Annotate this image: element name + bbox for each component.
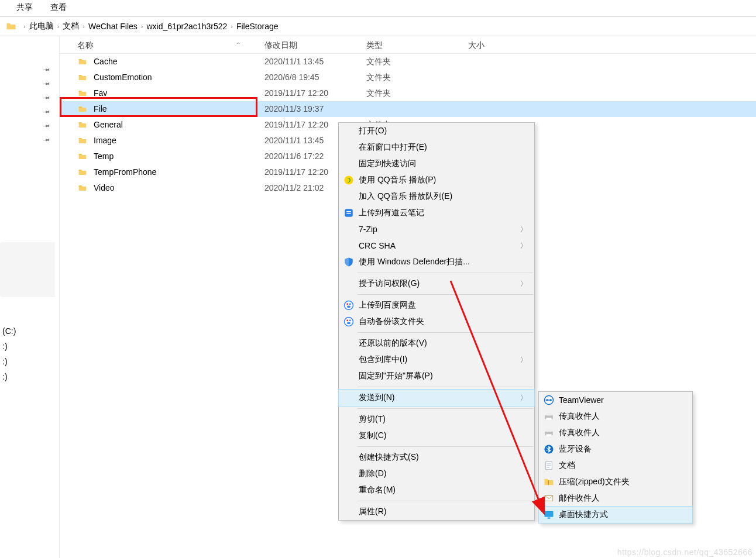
crumb-3[interactable]: wxid_61pr2ac1h3r522 [146, 22, 227, 31]
menu-item[interactable]: 上传到有道云笔记 [339, 205, 534, 221]
submenu-item[interactable]: 桌面快捷方式 [539, 507, 692, 523]
folder-icon [77, 152, 88, 161]
folder-icon [77, 120, 88, 129]
file-type: 文件夹 [366, 70, 468, 85]
submenu-item[interactable]: 传真收件人 [539, 425, 692, 441]
table-row[interactable]: Cache2020/11/1 13:45文件夹 [60, 54, 756, 70]
menu-item[interactable]: 固定到"开始"屏幕(P) [339, 368, 534, 384]
crumb-2[interactable]: WeChat Files [88, 22, 138, 31]
menu-item[interactable]: 固定到快速访问 [339, 156, 534, 172]
menu-item-label: 使用 QQ音乐 播放(P) [359, 175, 436, 185]
menu-item[interactable]: 7-Zip〉 [339, 221, 534, 237]
drive-item[interactable]: :) [2, 357, 16, 366]
menu-item[interactable]: 加入 QQ音乐 播放队列(E) [339, 188, 534, 205]
menu-item[interactable]: 剪切(T) [339, 411, 534, 428]
drive-item[interactable]: :) [2, 342, 16, 351]
menu-item[interactable]: 自动备份该文件夹 [339, 314, 534, 330]
menu-item-label: 上传到百度网盘 [359, 300, 416, 311]
submenu-item-label: 桌面快捷方式 [559, 509, 608, 520]
table-row[interactable]: CustomEmotion2020/6/8 19:45文件夹 [60, 70, 756, 85]
file-date: 2020/11/1 13:45 [264, 54, 366, 70]
folder-icon [77, 184, 88, 192]
menu-item-label: 加入 QQ音乐 播放队列(E) [359, 191, 452, 202]
col-type[interactable]: 类型 [366, 36, 468, 53]
menu-item[interactable]: 复制(C) [339, 428, 534, 444]
submenu-item-label: 传真收件人 [559, 428, 600, 438]
submenu-item[interactable]: 压缩(zipped)文件夹 [539, 474, 692, 490]
file-name: CustomEmotion [94, 70, 152, 85]
send-to-submenu[interactable]: TeamViewer传真收件人传真收件人蓝牙设备文档压缩(zipped)文件夹邮… [538, 391, 693, 523]
submenu-item[interactable]: 蓝牙设备 [539, 441, 692, 457]
menu-item-label: 复制(C) [359, 430, 386, 441]
crumb-0[interactable]: 此电脑 [29, 21, 54, 32]
col-size[interactable]: 大小 [468, 36, 538, 53]
menu-item[interactable]: 授予访问权限(G)〉 [339, 275, 534, 292]
menu-item-label: 重命名(M) [359, 485, 396, 495]
file-name: General [94, 117, 123, 133]
submenu-item[interactable]: 传真收件人 [539, 408, 692, 425]
file-name: Image [94, 133, 116, 149]
ribbon: 共享 查看 [0, 0, 756, 16]
table-row[interactable]: Fav2019/11/17 12:20文件夹 [60, 85, 756, 101]
chevron-right-icon: 〉 [520, 393, 527, 403]
menu-item-label: 还原以前的版本(V) [359, 338, 427, 349]
crumb-4[interactable]: FileStorage [236, 22, 279, 31]
menu-item[interactable]: 还原以前的版本(V) [339, 335, 534, 352]
drive-list: (C:) :) :) :) [0, 326, 16, 381]
breadcrumb[interactable]: › 此电脑 › 文档 › WeChat Files › wxid_61pr2ac… [0, 16, 756, 36]
ribbon-view[interactable]: 查看 [50, 2, 67, 13]
drive-item[interactable]: (C:) [2, 326, 16, 336]
menu-item-label: 创建快捷方式(S) [359, 452, 419, 463]
menu-item-label: 固定到快速访问 [359, 159, 416, 169]
menu-item[interactable]: 发送到(N)〉 [339, 390, 534, 406]
menu-item-label: 发送到(N) [359, 392, 394, 403]
pin-icon [41, 134, 53, 146]
file-date: 2019/11/17 12:20 [264, 85, 366, 101]
menu-separator [358, 294, 533, 295]
file-name: Fav [94, 85, 107, 101]
baidu-icon [343, 316, 354, 327]
col-date[interactable]: 修改日期 [264, 36, 366, 53]
qqmusic-icon [343, 175, 354, 185]
menu-item[interactable]: 重命名(M) [339, 482, 534, 498]
menu-item-label: 打开(O) [359, 126, 387, 136]
menu-item[interactable]: 删除(D) [339, 466, 534, 482]
chevron-right-icon: › [20, 23, 29, 30]
menu-item[interactable]: 在新窗口中打开(E) [339, 139, 534, 156]
crumb-1[interactable]: 文档 [63, 21, 79, 32]
desktop-icon [544, 509, 554, 520]
drive-item[interactable]: :) [2, 372, 16, 381]
folder-icon [77, 89, 88, 98]
menu-item[interactable]: 包含到库中(I)〉 [339, 352, 534, 368]
nav-pane: (C:) :) :) :) [0, 36, 60, 558]
menu-item[interactable]: 上传到百度网盘 [339, 297, 534, 314]
table-row[interactable]: File2020/11/3 19:37文件夹 [60, 101, 756, 117]
menu-item[interactable]: CRC SHA〉 [339, 237, 534, 254]
folder-icon [77, 105, 88, 113]
youdao-icon [343, 208, 354, 218]
menu-separator [358, 332, 533, 333]
menu-item-label: 剪切(T) [359, 414, 386, 425]
submenu-item-label: 邮件收件人 [559, 493, 600, 504]
menu-item[interactable]: 使用 QQ音乐 播放(P) [339, 172, 534, 188]
menu-item-label: 包含到库中(I) [359, 354, 407, 365]
chevron-right-icon: 〉 [520, 241, 527, 251]
watermark: https://blog.csdn.net/qq_43652666 [617, 547, 752, 557]
submenu-item[interactable]: TeamViewer [539, 392, 692, 408]
menu-item-label: 在新窗口中打开(E) [359, 142, 427, 153]
submenu-item[interactable]: 邮件收件人 [539, 490, 692, 507]
chevron-right-icon: 〉 [520, 279, 527, 289]
submenu-item[interactable]: 文档 [539, 457, 692, 474]
sort-asc-icon: ⌃ [236, 36, 264, 54]
chevron-right-icon: › [138, 23, 147, 30]
menu-separator [358, 501, 533, 501]
ribbon-share[interactable]: 共享 [16, 2, 33, 13]
baidu-icon [343, 300, 354, 311]
menu-item[interactable]: 创建快捷方式(S) [339, 449, 534, 466]
col-name[interactable]: 名称 ⌃ [77, 36, 264, 53]
menu-item[interactable]: 打开(O) [339, 123, 534, 139]
folder-icon [6, 21, 16, 32]
context-menu[interactable]: 打开(O)在新窗口中打开(E)固定到快速访问使用 QQ音乐 播放(P)加入 QQ… [338, 122, 535, 521]
menu-item[interactable]: 属性(R) [339, 504, 534, 520]
menu-item[interactable]: 使用 Windows Defender扫描... [339, 254, 534, 270]
